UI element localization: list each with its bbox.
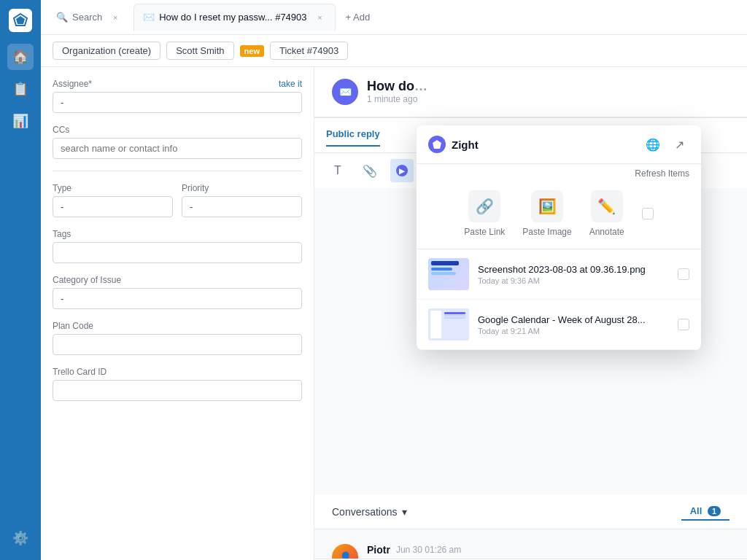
ticket-tab-close[interactable]: ×	[314, 12, 326, 23]
zight-paste-link-label: Paste Link	[464, 227, 505, 237]
zight-header-actions: 🌐 ↗	[643, 134, 689, 155]
zight-external-btn[interactable]: ↗	[669, 134, 689, 155]
breadcrumb-ticket[interactable]: Ticket #74903	[270, 42, 348, 60]
search-tab-icon: 🔍	[56, 12, 68, 23]
toolbar-zight-btn[interactable]: ▶	[390, 159, 414, 182]
sidebar-settings-icon[interactable]: ⚙️	[7, 525, 34, 551]
svg-marker-1	[16, 16, 25, 24]
assignee-input[interactable]	[53, 92, 302, 113]
search-tab-label: Search	[72, 12, 102, 23]
zight-paste-image-icon: 🖼️	[531, 190, 563, 222]
email-sender-avatar: ✉️	[332, 79, 358, 105]
zight-paste-link-btn[interactable]: 🔗 Paste Link	[464, 190, 505, 237]
tab-add-button[interactable]: + Add	[338, 7, 378, 27]
zight-logo-label: Zight	[452, 139, 479, 151]
tags-field-group: Tags	[53, 229, 302, 263]
sidebar: 🏠 📋 📊 ⚙️	[0, 0, 41, 560]
message-item: 👤 Piotr Jun 30 01:26 am Hey Zight suppor…	[332, 544, 729, 559]
message-body: Piotr Jun 30 01:26 am Hey Zight support,…	[367, 544, 729, 559]
type-label: Type	[53, 183, 71, 193]
conversations-area: Conversations ▾ All 1 👤	[314, 494, 747, 560]
breadcrumb: Organization (create) Scott Smith new Ti…	[41, 35, 747, 67]
tags-input[interactable]	[53, 242, 302, 263]
tab-search[interactable]: 🔍 Search ×	[47, 4, 131, 31]
zight-popup: Zight 🌐 ↗ Refresh Items 🔗 Paste Link 🖼️	[417, 125, 701, 350]
zight-item-1[interactable]: Google Calendar - Week of August 28... T…	[417, 300, 701, 350]
right-panel: ✉️ How do… 1 minute ago Public reply T 📎…	[314, 67, 747, 560]
trello-input[interactable]	[53, 380, 302, 401]
ccs-input[interactable]	[53, 138, 302, 159]
zight-annotate-btn[interactable]: ✏️ Annotate	[589, 190, 624, 237]
zight-item-0-info: Screenshot 2023-08-03 at 09.36.19.png To…	[478, 264, 669, 285]
zight-logo-icon	[428, 136, 446, 153]
conversations-chevron: ▾	[402, 506, 407, 518]
reply-label: Public reply	[326, 128, 380, 147]
type-field-group: Type	[53, 183, 173, 217]
toolbar-text-btn[interactable]: T	[326, 159, 349, 182]
zight-item-0[interactable]: Screenshot 2023-08-03 at 09.36.19.png To…	[417, 249, 701, 300]
message-header: Piotr Jun 30 01:26 am	[367, 544, 729, 556]
zight-paste-image-btn[interactable]: 🖼️ Paste Image	[522, 190, 571, 237]
zight-item-0-name: Screenshot 2023-08-03 at 09.36.19.png	[478, 264, 669, 275]
email-meta: 1 minute ago	[367, 94, 427, 104]
zight-refresh-label[interactable]: Refresh Items	[417, 164, 701, 179]
breadcrumb-org[interactable]: Organization (create)	[53, 42, 160, 60]
zight-annotate-icon: ✏️	[591, 190, 623, 222]
priority-field-group: Priority	[182, 183, 302, 217]
type-priority-row: Type Priority	[53, 183, 302, 229]
message-avatar: 👤	[332, 544, 358, 559]
ccs-field-group: CCs	[53, 125, 302, 159]
svg-text:▶: ▶	[399, 167, 406, 175]
plan-code-label: Plan Code	[53, 321, 93, 331]
breadcrumb-user[interactable]: Scott Smith	[166, 42, 233, 60]
message-timestamp: Jun 30 01:26 am	[396, 545, 461, 555]
zight-paste-image-label: Paste Image	[522, 227, 571, 237]
zight-item-1-time: Today at 9:21 AM	[478, 327, 669, 335]
type-input[interactable]	[53, 196, 173, 217]
main-content: 🔍 Search × ✉️ How do I reset my passw...…	[41, 0, 747, 560]
zight-select-checkbox[interactable]	[642, 208, 654, 219]
plan-code-input[interactable]	[53, 334, 302, 355]
category-label: Category of Issue	[53, 275, 121, 285]
zight-thumb-0	[428, 258, 469, 290]
zight-paste-link-icon: 🔗	[468, 190, 500, 222]
plan-code-field-group: Plan Code	[53, 321, 302, 355]
tab-add-label: + Add	[346, 12, 371, 23]
zight-header: Zight 🌐 ↗	[417, 125, 701, 164]
left-panel: Assignee* take it CCs Type	[41, 67, 314, 560]
assignee-label: Assignee*	[53, 79, 92, 89]
assignee-field-group: Assignee* take it	[53, 79, 302, 113]
ccs-label: CCs	[53, 125, 69, 135]
priority-input[interactable]	[182, 196, 302, 217]
zight-item-0-checkbox[interactable]	[678, 268, 689, 280]
conversations-tabs: All 1	[681, 502, 729, 521]
zight-item-1-name: Google Calendar - Week of August 28...	[478, 314, 669, 325]
messages-area: 👤 Piotr Jun 30 01:26 am Hey Zight suppor…	[314, 529, 747, 559]
search-tab-close[interactable]: ×	[109, 12, 121, 23]
zight-item-1-checkbox[interactable]	[678, 319, 689, 330]
ticket-tab-icon: ✉️	[143, 12, 155, 23]
email-info: How do… 1 minute ago	[367, 79, 427, 104]
zight-logo: Zight	[428, 136, 479, 153]
sidebar-tickets-icon[interactable]: 📋	[7, 76, 34, 102]
toolbar-attach-btn[interactable]: 📎	[358, 159, 382, 182]
category-input[interactable]	[53, 288, 302, 309]
email-title: How do…	[367, 79, 427, 94]
conversations-header: Conversations ▾ All 1	[314, 494, 747, 529]
conv-all-badge: 1	[708, 506, 721, 516]
trello-label: Trello Card ID	[53, 367, 107, 377]
sidebar-reports-icon[interactable]: 📊	[7, 108, 34, 134]
conversations-title[interactable]: Conversations ▾	[332, 506, 407, 518]
take-it-link[interactable]: take it	[279, 79, 302, 89]
sidebar-home-icon[interactable]: 🏠	[7, 44, 34, 70]
tab-ticket[interactable]: ✉️ How do I reset my passw... #74903 ×	[133, 4, 335, 31]
sidebar-logo	[9, 9, 32, 32]
svg-marker-4	[433, 140, 441, 149]
zight-globe-btn[interactable]: 🌐	[643, 134, 663, 155]
tags-label: Tags	[53, 229, 71, 239]
zight-actions: 🔗 Paste Link 🖼️ Paste Image ✏️ Annotate	[417, 179, 701, 249]
email-header: ✉️ How do… 1 minute ago	[314, 67, 747, 117]
ticket-tab-label: How do I reset my passw... #74903	[159, 12, 306, 23]
priority-label: Priority	[182, 183, 209, 193]
conv-tab-all[interactable]: All 1	[681, 502, 729, 521]
